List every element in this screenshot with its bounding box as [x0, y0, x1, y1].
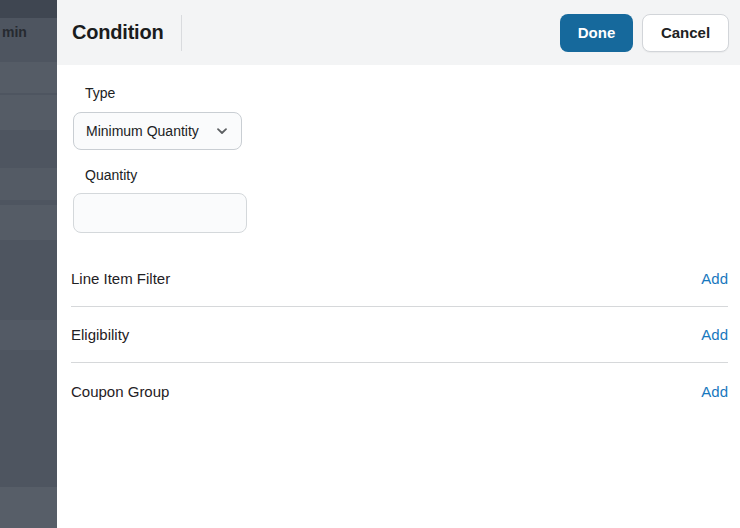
- panel-header: Condition Done Cancel: [57, 0, 740, 65]
- done-button[interactable]: Done: [560, 14, 633, 52]
- page-title: Condition: [72, 21, 164, 44]
- admin-sidebar: min: [0, 0, 57, 528]
- type-select[interactable]: Minimum Quantity: [73, 112, 242, 150]
- header-divider: [181, 15, 182, 51]
- coupon-group-row: Coupon Group Add: [71, 363, 728, 419]
- cancel-button[interactable]: Cancel: [642, 14, 729, 52]
- line-item-filter-label: Line Item Filter: [71, 270, 170, 287]
- eligibility-add-link[interactable]: Add: [701, 326, 728, 343]
- line-item-filter-add-link[interactable]: Add: [701, 270, 728, 287]
- condition-sections: Line Item Filter Add Eligibility Add Cou…: [71, 251, 728, 419]
- sidebar-nav-item[interactable]: [0, 168, 57, 200]
- condition-panel: Condition Done Cancel Type Minimum Quant…: [57, 0, 740, 528]
- sidebar-partial-admin-text: min: [2, 24, 27, 40]
- coupon-group-label: Coupon Group: [71, 383, 169, 400]
- quantity-input[interactable]: [73, 193, 247, 233]
- sidebar-nav-item[interactable]: [0, 62, 57, 93]
- eligibility-row: Eligibility Add: [71, 307, 728, 363]
- type-label: Type: [85, 85, 728, 101]
- line-item-filter-row: Line Item Filter Add: [71, 251, 728, 307]
- app-viewport: min Condition Done Cancel Type Minimum Q…: [0, 0, 740, 528]
- sidebar-top-bar: [0, 0, 57, 18]
- eligibility-label: Eligibility: [71, 326, 129, 343]
- sidebar-nav-item[interactable]: [0, 487, 57, 528]
- chevron-down-icon: [215, 124, 229, 138]
- quantity-label: Quantity: [85, 167, 728, 183]
- panel-content: Type Minimum Quantity Quantity: [57, 65, 740, 233]
- type-select-value: Minimum Quantity: [86, 123, 199, 139]
- sidebar-nav-item[interactable]: [0, 95, 57, 130]
- coupon-group-add-link[interactable]: Add: [701, 383, 728, 400]
- quantity-field-group: Quantity: [73, 167, 728, 233]
- sidebar-nav-item[interactable]: [0, 205, 57, 240]
- sidebar-nav-item[interactable]: [0, 320, 57, 350]
